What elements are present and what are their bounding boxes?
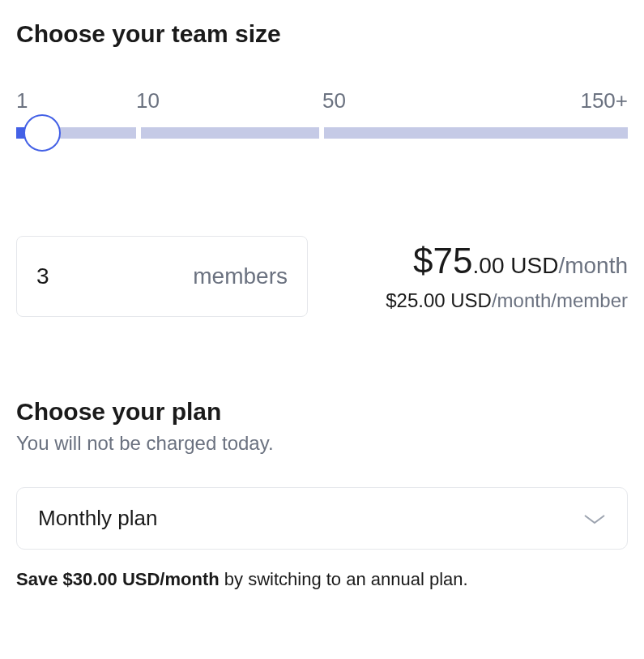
team-size-title: Choose your team size <box>16 20 628 48</box>
price-major: 75 <box>433 241 473 280</box>
chevron-down-icon <box>583 512 606 525</box>
team-size-slider[interactable]: 1 10 50 150+ <box>16 88 628 139</box>
members-price-row: members $75.00 USD/month $25.00 USD/mont… <box>16 236 628 317</box>
slider-track[interactable] <box>16 127 628 139</box>
slider-labels: 1 10 50 150+ <box>16 88 628 113</box>
slider-thumb[interactable] <box>23 114 61 152</box>
savings-amount: $30.00 USD/month <box>63 569 220 589</box>
slider-label-150: 150+ <box>580 88 628 113</box>
savings-suffix: by switching to an annual plan. <box>220 569 468 589</box>
plan-select-dropdown[interactable]: Monthly plan <box>16 487 628 550</box>
plan-title: Choose your plan <box>16 398 628 426</box>
plan-subtitle: You will not be charged today. <box>16 432 628 455</box>
slider-label-10: 10 <box>136 88 160 113</box>
slider-segment-3 <box>324 127 628 139</box>
slider-segment-2 <box>141 127 319 139</box>
members-suffix-label: members <box>193 263 288 289</box>
price-currency-label: USD <box>504 253 558 278</box>
per-member-amount: $25.00 USD <box>386 289 492 311</box>
per-member-period: /month/member <box>492 289 628 311</box>
members-count-input[interactable] <box>36 263 85 289</box>
slider-label-1: 1 <box>16 88 28 113</box>
price-period: /month <box>558 253 628 278</box>
price-total: $75.00 USD/month <box>386 241 628 281</box>
savings-text: Save $30.00 USD/month by switching to an… <box>16 569 628 590</box>
price-currency: $ <box>413 241 433 280</box>
slider-label-50: 50 <box>322 88 346 113</box>
plan-selected-label: Monthly plan <box>38 506 157 531</box>
savings-prefix: Save <box>16 569 63 589</box>
price-block: $75.00 USD/month $25.00 USD/month/member <box>386 241 628 312</box>
members-input-container[interactable]: members <box>16 236 308 317</box>
price-per-member: $25.00 USD/month/member <box>386 289 628 312</box>
price-minor: .00 <box>473 253 505 278</box>
